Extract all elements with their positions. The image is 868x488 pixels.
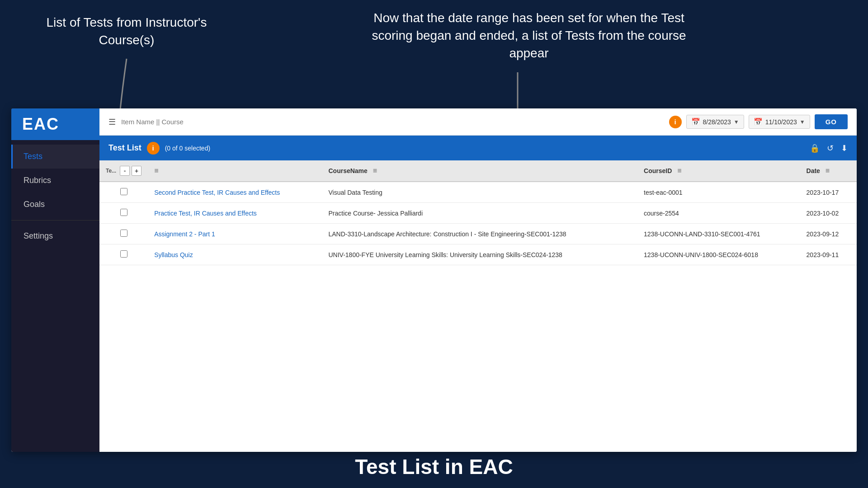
col-menu-test-icon[interactable]: ≡ [154, 167, 158, 174]
row3-test-link[interactable]: Assignment 2 - Part 1 [154, 230, 215, 238]
download-icon[interactable]: ⬇ [841, 143, 848, 153]
date-start-input[interactable]: 📅 8/28/2023 ▼ [686, 115, 744, 129]
sidebar-item-tests[interactable]: Tests [11, 145, 99, 169]
row2-course-id: course-2554 [637, 203, 800, 224]
row3-test-name: Assignment 2 - Part 1 [148, 224, 322, 244]
row3-date: 2023-09-12 [800, 224, 857, 244]
nav-divider [11, 220, 99, 221]
col-date: Date ≡ [800, 160, 857, 182]
table-header-row: Te... - + ≡ CourseName ≡ [99, 160, 857, 182]
row4-test-link[interactable]: Syllabus Quiz [154, 251, 193, 258]
table-info-badge[interactable]: i [147, 142, 160, 155]
lock-icon[interactable]: 🔒 [810, 143, 820, 153]
row1-date: 2023-10-17 [800, 182, 857, 203]
row4-test-name: Syllabus Quiz [148, 244, 322, 265]
row1-course-id: test-eac-0001 [637, 182, 800, 203]
info-badge[interactable]: i [669, 116, 682, 128]
bottom-title: Test List in EAC [0, 455, 868, 479]
table-row: Assignment 2 - Part 1 LAND-3310-Landscap… [99, 224, 857, 244]
col-course-name: CourseName ≡ [322, 160, 637, 182]
row3-course-id: 1238-UCONN-LAND-3310-SEC001-4761 [637, 224, 800, 244]
table-container: Te... - + ≡ CourseName ≡ [99, 160, 857, 452]
row2-checkbox[interactable] [120, 209, 127, 216]
sidebar-nav: Tests Rubrics Goals Settings [11, 140, 99, 452]
item-name-input[interactable] [121, 118, 664, 126]
annotation-right: Now that the date range has been set for… [371, 9, 687, 62]
calendar-start-icon: 📅 [691, 117, 700, 126]
sidebar-item-rubrics[interactable]: Rubrics [11, 169, 99, 192]
col-minus-btn[interactable]: - [120, 166, 130, 176]
col-course-id: CourseID ≡ [637, 160, 800, 182]
row3-checkbox[interactable] [120, 230, 127, 237]
row2-course-name: Practice Course- Jessica Palliardi [322, 203, 637, 224]
date-end-chevron: ▼ [800, 119, 805, 125]
row4-course-name: UNIV-1800-FYE University Learning Skills… [322, 244, 637, 265]
row4-date: 2023-09-11 [800, 244, 857, 265]
history-icon[interactable]: ↺ [827, 143, 834, 153]
row4-checkbox-cell [99, 244, 148, 265]
sidebar-item-goals[interactable]: Goals [11, 192, 99, 216]
col-test-name: ≡ [148, 160, 322, 182]
table-title: Test List [108, 143, 142, 153]
row3-checkbox-cell [99, 224, 148, 244]
main-content: ☰ i 📅 8/28/2023 ▼ 📅 11/10/2023 ▼ GO Test… [99, 108, 857, 452]
row4-checkbox[interactable] [120, 250, 127, 258]
sidebar: EAC Tests Rubrics Goals Settings [11, 108, 99, 452]
logo-text: EAC [22, 115, 59, 134]
col-controls: Te... - + [106, 166, 142, 176]
date-start-chevron: ▼ [734, 119, 739, 125]
table-row: Syllabus Quiz UNIV-1800-FYE University L… [99, 244, 857, 265]
col-label-test: Te... [106, 168, 116, 174]
go-button[interactable]: GO [815, 114, 848, 129]
test-table: Te... - + ≡ CourseName ≡ [99, 160, 857, 265]
date-section: i 📅 8/28/2023 ▼ 📅 11/10/2023 ▼ GO [669, 114, 848, 129]
col-menu-courseid-icon[interactable]: ≡ [677, 167, 681, 174]
table-row: Second Practice Test, IR Causes and Effe… [99, 182, 857, 203]
row3-course-name: LAND-3310-Landscape Architecture: Constr… [322, 224, 637, 244]
row1-test-name: Second Practice Test, IR Causes and Effe… [148, 182, 322, 203]
row1-test-link[interactable]: Second Practice Test, IR Causes and Effe… [154, 189, 280, 196]
calendar-end-icon: 📅 [754, 117, 763, 126]
sidebar-logo: EAC [11, 108, 99, 140]
date-end-input[interactable]: 📅 11/10/2023 ▼ [749, 115, 810, 129]
filter-icon[interactable]: ☰ [108, 117, 116, 127]
row1-checkbox[interactable] [120, 188, 127, 195]
annotation-left: List of Tests from Instructor's Course(s… [45, 14, 208, 49]
col-menu-date-icon[interactable]: ≡ [826, 167, 830, 174]
col-checkbox: Te... - + [99, 160, 148, 182]
table-row: Practice Test, IR Causes and Effects Pra… [99, 203, 857, 224]
row2-test-name: Practice Test, IR Causes and Effects [148, 203, 322, 224]
app-container: EAC Tests Rubrics Goals Settings ☰ i [11, 108, 857, 452]
table-header-actions: 🔒 ↺ ⬇ [810, 143, 848, 153]
row1-course-name: Visual Data Testing [322, 182, 637, 203]
row4-course-id: 1238-UCONN-UNIV-1800-SEC024-6018 [637, 244, 800, 265]
row2-test-link[interactable]: Practice Test, IR Causes and Effects [154, 210, 257, 217]
sidebar-item-settings[interactable]: Settings [11, 224, 99, 248]
row2-checkbox-cell [99, 203, 148, 224]
table-header-bar: Test List i (0 of 0 selected) 🔒 ↺ ⬇ [99, 136, 857, 160]
col-menu-course-icon[interactable]: ≡ [373, 167, 377, 174]
selected-count: (0 of 0 selected) [165, 145, 210, 152]
col-plus-btn[interactable]: + [132, 166, 142, 176]
filter-bar: ☰ i 📅 8/28/2023 ▼ 📅 11/10/2023 ▼ GO [99, 108, 857, 136]
row1-checkbox-cell [99, 182, 148, 203]
row2-date: 2023-10-02 [800, 203, 857, 224]
